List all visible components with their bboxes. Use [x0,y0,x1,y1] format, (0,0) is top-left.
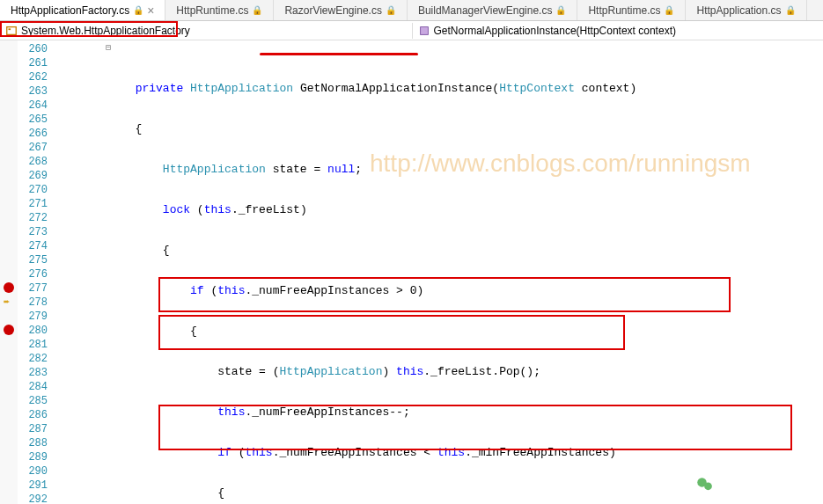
footer-branding: dotNET跨平台 [693,472,812,497]
tab-bar: HttpApplicationFactory.cs🔒× HttpRuntime.… [0,0,823,21]
svg-rect-0 [7,26,17,34]
class-name: System.Web.HttpApplicationFactory [21,25,190,37]
class-icon [5,25,18,37]
method-name: GetNormalApplicationInstance(HttpContext… [434,25,676,37]
svg-rect-2 [420,26,428,34]
breakpoint-icon[interactable] [4,325,14,335]
svg-point-5 [704,482,712,490]
annotation-underline [260,53,418,55]
tab-file-active[interactable]: HttpApplicationFactory.cs🔒× [0,0,165,20]
lock-icon: 🔒 [386,5,396,15]
nav-bar: System.Web.HttpApplicationFactory GetNor… [0,21,823,40]
code-editor[interactable]: ➨ 26026126226326426526626726826927027127… [0,40,823,504]
footer-text: dotNET跨平台 [723,476,812,494]
code-area[interactable]: ⊟ private HttpApplication GetNormalAppli… [53,40,823,504]
lock-icon: 🔒 [252,5,262,15]
lock-icon: 🔒 [555,5,566,15]
line-numbers: 2602612622632642652662672682692702712722… [18,40,53,504]
wechat-icon [693,472,717,497]
lock-icon: 🔒 [664,5,674,15]
tab-file[interactable]: HttpApplication.cs🔒 [686,0,806,20]
lock-icon: 🔒 [785,5,796,15]
breakpoint-margin[interactable]: ➨ [0,40,18,504]
method-dropdown[interactable]: GetNormalApplicationInstance(HttpContext… [412,23,824,39]
fold-icon[interactable]: ⊟ [106,42,111,53]
tab-file[interactable]: BuildManagerViewEngine.cs🔒 [408,0,578,20]
lock-icon: 🔒 [133,5,143,15]
class-dropdown[interactable]: System.Web.HttpApplicationFactory [0,23,412,39]
tab-file[interactable]: RazorViewEngine.cs🔒 [274,0,408,20]
current-line-arrow-icon: ➨ [4,296,10,309]
tab-file[interactable]: HttpRuntime.cs🔒 [577,0,686,20]
breakpoint-icon[interactable] [4,282,14,293]
close-icon[interactable]: × [147,4,154,18]
method-icon [418,25,430,37]
svg-rect-1 [9,28,11,30]
tab-file[interactable]: HttpRuntime.cs🔒 [165,0,274,20]
